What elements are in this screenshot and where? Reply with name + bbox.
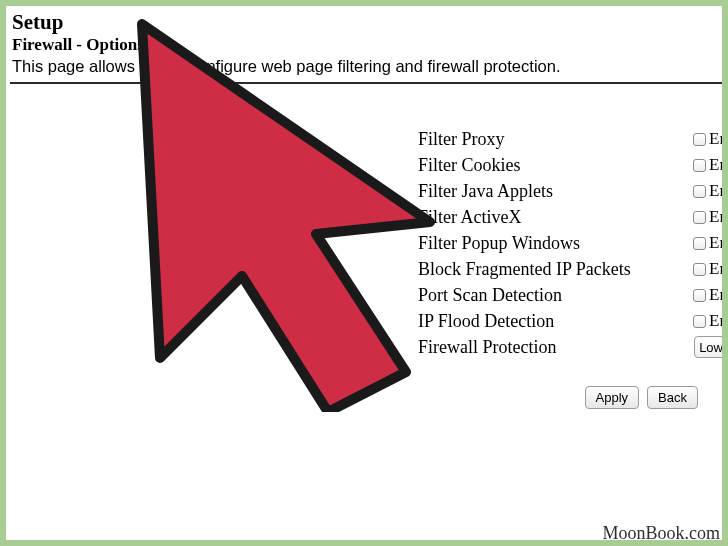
option-row: Filter Popup WindowsEn [418,230,722,256]
option-control: En [693,181,722,201]
select-value: Low [699,340,722,355]
option-row: Filter ProxyEn [418,126,722,152]
enable-label-fragment: En [709,155,722,175]
page-title: Setup [12,10,722,35]
option-control: En [693,129,722,149]
apply-button[interactable]: Apply [585,386,640,409]
option-row: Firewall ProtectionLow [418,334,722,360]
option-label: Block Fragmented IP Packets [418,259,687,280]
enable-label-fragment: En [709,207,722,227]
option-row: Block Fragmented IP PacketsEn [418,256,722,282]
option-label: Port Scan Detection [418,285,687,306]
enable-label-fragment: En [709,259,722,279]
option-control: En [693,285,722,305]
option-label: Filter Proxy [418,129,687,150]
option-control: En [693,311,722,331]
option-row: Filter CookiesEn [418,152,722,178]
back-button[interactable]: Back [647,386,698,409]
options-list: Filter ProxyEnFilter CookiesEnFilter Jav… [418,126,722,360]
enable-label-fragment: En [709,311,722,331]
option-row: IP Flood DetectionEn [418,308,722,334]
option-control: En [693,155,722,175]
page-description: This page allows you to configure web pa… [12,57,722,76]
enable-checkbox[interactable] [693,237,706,250]
option-row: Filter ActiveXEn [418,204,722,230]
option-row: Port Scan DetectionEn [418,282,722,308]
enable-checkbox[interactable] [693,211,706,224]
enable-label-fragment: En [709,285,722,305]
enable-checkbox[interactable] [693,133,706,146]
enable-checkbox[interactable] [693,263,706,276]
option-label: Filter Java Applets [418,181,687,202]
enable-label-fragment: En [709,129,722,149]
option-label: Filter Cookies [418,155,687,176]
divider [10,82,722,84]
firewall-protection-select[interactable]: Low [694,336,722,358]
page-subtitle: Firewall - Options [12,35,722,55]
firewall-options-page: Setup Firewall - Options This page allow… [6,6,722,540]
enable-checkbox[interactable] [693,289,706,302]
attribution-text: MoonBook.com [602,523,720,544]
option-control: En [693,233,722,253]
action-buttons: Apply Back [585,386,698,409]
option-label: Filter ActiveX [418,207,687,228]
option-control: Low [694,336,722,358]
option-label: IP Flood Detection [418,311,687,332]
enable-checkbox[interactable] [693,159,706,172]
option-label: Firewall Protection [418,337,688,358]
option-control: En [693,207,722,227]
option-row: Filter Java AppletsEn [418,178,722,204]
enable-label-fragment: En [709,181,722,201]
enable-label-fragment: En [709,233,722,253]
enable-checkbox[interactable] [693,315,706,328]
option-label: Filter Popup Windows [418,233,687,254]
option-control: En [693,259,722,279]
enable-checkbox[interactable] [693,185,706,198]
